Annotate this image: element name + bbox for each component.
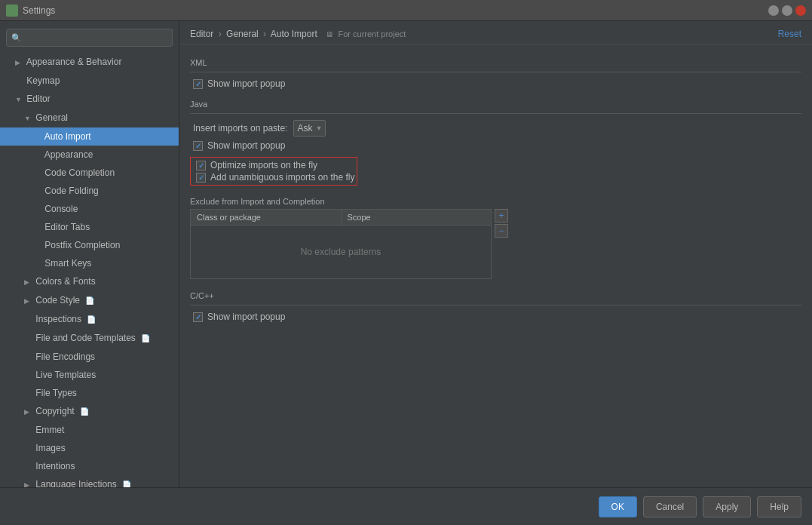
page-icon: 📄: [80, 407, 89, 416]
highlight-box: Optimize imports on the fly Add unambigu…: [190, 157, 357, 186]
sidebar-item-general[interactable]: General: [0, 109, 179, 127]
sidebar-item-code-folding[interactable]: Code Folding: [0, 182, 179, 200]
xml-show-import-popup-checkbox[interactable]: [193, 79, 203, 89]
exclude-section: Exclude from Import and Completion Class…: [190, 197, 801, 279]
insert-imports-row: Insert imports on paste: Ask ▼: [190, 120, 801, 137]
add-unambiguous-row: Add unambiguous imports on the fly: [193, 172, 354, 183]
xml-show-import-popup-label: Show import popup: [207, 78, 285, 89]
sidebar-item-editor-tabs[interactable]: Editor Tabs: [0, 218, 179, 236]
page-icon: 📄: [87, 315, 96, 324]
cpp-divider: [190, 305, 801, 305]
sidebar-item-appearance[interactable]: Appearance: [0, 146, 179, 164]
sidebar-item-emmet[interactable]: Emmet: [0, 421, 179, 439]
cpp-section-label: C/C++: [190, 291, 801, 300]
sidebar-item-editor[interactable]: Editor: [0, 90, 179, 109]
add-unambiguous-checkbox[interactable]: [196, 173, 206, 183]
arrow-icon: [24, 293, 32, 309]
apply-button[interactable]: Apply: [703, 496, 751, 517]
xml-divider: [190, 72, 801, 72]
sidebar-item-postfix-completion[interactable]: Postfix Completion: [0, 236, 179, 254]
sidebar-item-keymap[interactable]: Keymap: [0, 72, 179, 90]
add-unambiguous-label: Add unambiguous imports on the fly: [210, 172, 354, 183]
cancel-button[interactable]: Cancel: [643, 496, 697, 517]
sidebar-item-smart-keys[interactable]: Smart Keys: [0, 254, 179, 272]
optimize-imports-label: Optimize imports on the fly: [210, 160, 317, 170]
content-body: XML Show import popup Java Insert import…: [179, 45, 812, 487]
arrow-icon: [15, 55, 23, 70]
arrow-icon: [15, 92, 23, 107]
java-section-label: Java: [190, 100, 801, 109]
project-icon: 🖥: [326, 30, 333, 38]
xml-section-label: XML: [190, 58, 801, 67]
bottom-bar: OK Cancel Apply Help: [0, 487, 812, 525]
ok-button[interactable]: OK: [599, 496, 637, 517]
insert-imports-label: Insert imports on paste:: [193, 123, 287, 134]
content-header: Editor › General › Auto Import 🖥 For cur…: [179, 21, 812, 45]
page-icon: 📄: [85, 296, 94, 305]
java-show-import-popup-label: Show import popup: [207, 140, 285, 151]
sidebar-item-file-code-templates[interactable]: File and Code Templates 📄: [0, 329, 179, 348]
xml-show-import-popup-row: Show import popup: [190, 78, 801, 89]
sidebar-item-file-types[interactable]: File Types: [0, 384, 179, 402]
java-show-import-popup-row: Show import popup: [190, 140, 801, 151]
col-class-package: Class or package: [191, 210, 342, 225]
sidebar-item-code-style[interactable]: Code Style 📄: [0, 291, 179, 310]
help-button[interactable]: Help: [757, 496, 801, 517]
sidebar-item-intentions[interactable]: Intentions: [0, 457, 179, 475]
sidebar-item-auto-import[interactable]: Auto Import: [0, 127, 179, 146]
col-scope: Scope: [342, 210, 492, 225]
optimize-imports-row: Optimize imports on the fly: [193, 160, 354, 170]
exclude-label: Exclude from Import and Completion: [190, 197, 801, 206]
insert-imports-value: Ask: [297, 123, 312, 134]
cpp-show-import-popup-row: Show import popup: [190, 312, 801, 322]
app-icon: [6, 5, 18, 17]
exclude-table: Class or package Scope No exclude patter…: [190, 209, 492, 279]
sidebar-item-language-injections[interactable]: Language Injections 📄: [0, 475, 179, 487]
java-show-import-popup-checkbox[interactable]: [193, 141, 203, 151]
project-label: For current project: [338, 29, 406, 38]
dropdown-arrow-icon: ▼: [315, 124, 322, 132]
breadcrumb: Editor › General › Auto Import 🖥 For cur…: [190, 29, 406, 39]
title-bar: Settings: [0, 0, 812, 21]
add-pattern-button[interactable]: +: [495, 209, 508, 223]
java-divider: [190, 113, 801, 114]
window-title: Settings: [23, 5, 768, 16]
arrow-icon: [24, 275, 32, 290]
reset-button[interactable]: Reset: [778, 29, 801, 39]
arrow-icon: [24, 477, 32, 487]
main-container: 🔍 Appearance & Behavior Keymap Editor Ge…: [0, 21, 812, 487]
minimize-button[interactable]: [768, 5, 779, 16]
sidebar-item-appearance-behavior[interactable]: Appearance & Behavior: [0, 53, 179, 72]
close-button[interactable]: [795, 5, 806, 16]
page-icon: 📄: [141, 334, 150, 342]
search-icon: 🔍: [11, 33, 22, 43]
sidebar: 🔍 Appearance & Behavior Keymap Editor Ge…: [0, 21, 179, 487]
page-icon: 📄: [122, 480, 131, 487]
sidebar-item-colors-fonts[interactable]: Colors & Fonts: [0, 272, 179, 291]
sidebar-item-inspections[interactable]: Inspections 📄: [0, 310, 179, 329]
maximize-button[interactable]: [782, 5, 792, 16]
content-area: Editor › General › Auto Import 🖥 For cur…: [179, 21, 812, 487]
sidebar-item-copyright[interactable]: Copyright 📄: [0, 402, 179, 421]
search-input[interactable]: [25, 32, 167, 43]
exclude-table-header: Class or package Scope: [191, 210, 491, 226]
search-box[interactable]: 🔍: [6, 29, 173, 47]
window-controls[interactable]: [768, 5, 806, 16]
remove-pattern-button[interactable]: −: [495, 224, 508, 238]
exclude-body: No exclude patterns: [191, 226, 491, 278]
sidebar-item-code-completion[interactable]: Code Completion: [0, 164, 179, 182]
cpp-show-import-popup-label: Show import popup: [207, 312, 285, 322]
insert-imports-dropdown[interactable]: Ask ▼: [293, 120, 326, 137]
cpp-show-import-popup-checkbox[interactable]: [193, 312, 203, 322]
arrow-icon: [24, 111, 32, 126]
sidebar-item-file-encodings[interactable]: File Encodings: [0, 348, 179, 366]
arrow-icon: [24, 404, 32, 419]
sidebar-item-console[interactable]: Console: [0, 200, 179, 218]
optimize-imports-checkbox[interactable]: [196, 161, 206, 170]
exclude-actions: + −: [495, 209, 508, 239]
sidebar-item-images[interactable]: Images: [0, 439, 179, 457]
sidebar-item-live-templates[interactable]: Live Templates: [0, 366, 179, 384]
no-patterns-text: No exclude patterns: [301, 247, 381, 257]
exclude-table-area: Class or package Scope No exclude patter…: [190, 209, 801, 279]
